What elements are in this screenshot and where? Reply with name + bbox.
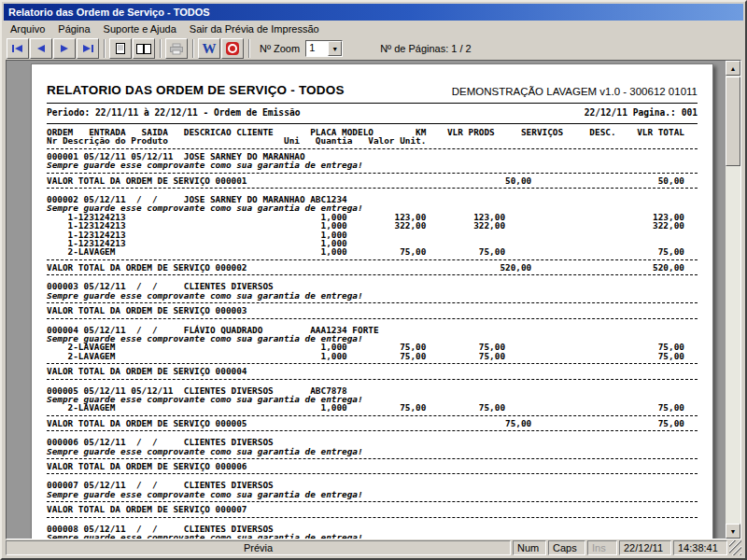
- report-line-total: VALOR TOTAL DA ORDEM DE SERVIÇO 000007: [47, 505, 698, 513]
- dashed-separator: [47, 146, 698, 149]
- title-bar[interactable]: Relatorio das Ordem de Serviço - TODOS: [4, 4, 743, 21]
- report-line-total: VALOR TOTAL DA ORDEM DE SERVIÇO 000001 5…: [47, 176, 698, 185]
- insert-mode-label: Ins: [592, 542, 606, 553]
- report-line-total: VALOR TOTAL DA ORDEM DE SERVIÇO 000003: [47, 306, 698, 315]
- word-export-button[interactable]: W: [198, 38, 220, 59]
- single-page-view-button[interactable]: [109, 38, 132, 59]
- pdf-export-button[interactable]: [221, 38, 244, 59]
- arrow-up-icon: ▲: [730, 65, 737, 72]
- vertical-scrollbar[interactable]: ▲ ▼: [726, 61, 740, 539]
- report-line-note: Sempre guarde esse comprovante como sua …: [47, 291, 698, 300]
- dashed-separator: [47, 427, 698, 431]
- report-line-item: 2-LAVAGEM 1,000 75,00 75,00 75,00: [47, 352, 698, 360]
- zoom-dropdown-button[interactable]: ▼: [328, 41, 342, 56]
- preview-area: RELATORIO DAS ORDEM DE SERVIÇO - TODOS D…: [6, 60, 741, 539]
- arrow-right-icon: [59, 44, 70, 53]
- report-date-page: 22/12/11 Pagina.: 001: [585, 107, 698, 118]
- report-line-note: Sempre guarde esse comprovante como sua …: [47, 447, 698, 455]
- menu-bar: Arquivo Página Suporte e Ajuda Sair da P…: [4, 21, 743, 37]
- scroll-thumb[interactable]: [726, 77, 740, 166]
- app-window: Relatorio das Ordem de Serviço - TODOS A…: [0, 0, 747, 560]
- zoom-label: Nº Zoom: [260, 43, 300, 54]
- report-line-note: Sempre guarde esse comprovante como sua …: [47, 490, 698, 498]
- word-icon: W: [203, 41, 217, 57]
- dashed-separator: [47, 498, 698, 502]
- arrow-left-icon: [35, 44, 47, 53]
- report-version-label: DEMONSTRAÇÃO LAVAGEM v1.0 - 300612 01011: [452, 86, 698, 97]
- toolbar-separator: [192, 39, 194, 58]
- scroll-down-button[interactable]: ▼: [726, 524, 740, 539]
- toolbar-separator: [104, 39, 106, 58]
- dashed-separator: [47, 170, 698, 174]
- two-page-icon: [136, 43, 151, 55]
- red-o-icon: [226, 42, 239, 55]
- report-line-total: VALOR TOTAL DA ORDEM DE SERVIÇO 000006: [47, 462, 698, 470]
- dashed-separator: [47, 360, 698, 364]
- dashed-separator: [47, 514, 698, 518]
- print-button[interactable]: [165, 38, 188, 59]
- time-label: 14:38:41: [678, 542, 718, 553]
- chevron-down-icon: ▼: [331, 46, 338, 52]
- num-lock-label: Num: [517, 542, 539, 553]
- caps-lock-label: Caps: [553, 542, 577, 553]
- dashed-separator: [47, 257, 698, 260]
- last-page-icon: [81, 44, 94, 53]
- toolbar-separator: [160, 39, 162, 58]
- single-page-icon: [115, 42, 126, 55]
- printer-icon: [169, 43, 184, 55]
- report-line-note: Sempre guarde esse comprovante como sua …: [47, 161, 698, 169]
- menu-item-pagina[interactable]: Página: [51, 21, 96, 36]
- toolbar: W Nº Zoom 1 ▼ Nº de Páginas: 1 / 2: [4, 37, 743, 60]
- menu-item-sair-da-previa[interactable]: Sair da Prévia de Impressão: [183, 21, 326, 36]
- report-period: Periodo: 22/11/11 à 22/12/11 - Ordem de …: [47, 107, 300, 118]
- report-page: RELATORIO DAS ORDEM DE SERVIÇO - TODOS D…: [31, 63, 713, 539]
- status-bar: Prévia Num Caps Ins 22/12/11 14:38:41: [6, 540, 741, 555]
- date-label: 22/12/11: [624, 542, 663, 553]
- previous-page-button[interactable]: [30, 38, 52, 59]
- zoom-combobox[interactable]: 1 ▼: [305, 40, 343, 57]
- status-num-indicator: Num: [513, 540, 546, 555]
- report-lines: ORDEM ENTRADA SAIDA DESCRICAO CLIENTE PL…: [47, 128, 698, 539]
- report-header: RELATORIO DAS ORDEM DE SERVIÇO - TODOS D…: [47, 83, 698, 97]
- last-page-button[interactable]: [77, 38, 99, 59]
- two-page-view-button[interactable]: [133, 38, 155, 59]
- window-title: Relatorio das Ordem de Serviço - TODOS: [8, 7, 210, 18]
- status-time: 14:38:41: [673, 540, 727, 555]
- status-ins-indicator: Ins: [587, 540, 617, 555]
- first-page-button[interactable]: [7, 38, 29, 59]
- report-line-item: 2-LAVAGEM 1,000 75,00 75,00 75,00: [47, 403, 698, 412]
- scroll-up-button[interactable]: ▲: [726, 61, 740, 76]
- report-title: RELATORIO DAS ORDEM DE SERVIÇO - TODOS: [47, 83, 345, 97]
- report-line-item: 2-LAVAGEM 1,000 75,00 75,00 75,00: [47, 247, 698, 256]
- report-line-total: VALOR TOTAL DA ORDEM DE SERVIÇO 000005 7…: [47, 419, 698, 427]
- dashed-separator: [47, 300, 698, 303]
- menu-item-suporte-e-ajuda[interactable]: Suporte e Ajuda: [97, 21, 183, 36]
- report-line-note: Sempre guarde esse comprovante como sua …: [47, 533, 698, 539]
- dashed-separator: [47, 185, 698, 189]
- status-previa-label: Prévia: [244, 542, 273, 553]
- report-period-row: Periodo: 22/11/11 à 22/12/11 - Ordem de …: [47, 107, 698, 118]
- menu-item-arquivo[interactable]: Arquivo: [4, 21, 51, 36]
- arrow-down-icon: ▼: [730, 528, 737, 535]
- toolbar-separator: [248, 39, 250, 58]
- dashed-separator: [47, 413, 698, 416]
- first-page-icon: [11, 44, 24, 53]
- dashed-separator: [47, 455, 698, 459]
- status-date: 22/12/11: [619, 540, 671, 555]
- dashed-separator: [47, 376, 698, 380]
- status-panel-previa: Prévia: [6, 540, 511, 555]
- pages-count-label: Nº de Páginas: 1 / 2: [380, 43, 472, 54]
- horizontal-rule: [47, 123, 698, 124]
- resize-grip[interactable]: [729, 540, 741, 555]
- status-caps-indicator: Caps: [548, 540, 585, 555]
- horizontal-rule: [47, 103, 698, 104]
- dashed-separator: [47, 315, 698, 319]
- zoom-value: 1: [306, 41, 328, 56]
- report-line-total: VALOR TOTAL DA ORDEM DE SERVIÇO 000002 5…: [47, 263, 698, 272]
- report-line-colhead: Nr Descrição do Produto Uni Quantia Valo…: [47, 136, 698, 145]
- dashed-separator: [47, 470, 698, 474]
- next-page-button[interactable]: [53, 38, 76, 59]
- dashed-separator: [47, 272, 698, 275]
- report-line-total: VALOR TOTAL DA ORDEM DE SERVIÇO 000004: [47, 367, 698, 375]
